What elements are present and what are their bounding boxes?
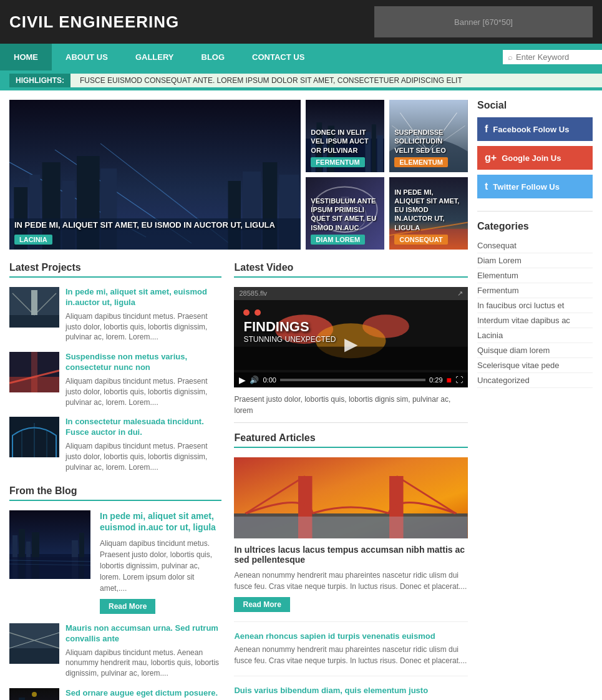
highlights-bar: HIGHLIGHTS: FUSCE EUISMOD CONSEQUAT ANTE… [0, 70, 602, 90]
video-controls: ▶ 🔊 0:00 0:29 ■ ⛶ [234, 372, 468, 387]
nav-blog[interactable]: BLOG [188, 44, 239, 70]
hero-main-tag: LACINIA [14, 235, 52, 245]
nav-contact[interactable]: CONTACT US [238, 44, 318, 70]
category-item-7[interactable]: Quisque diam lorem [477, 343, 593, 358]
blog-featured-item: In pede mi, aliquet sit amet, euismod in… [9, 510, 221, 614]
featured-articles-title: Featured Articles [234, 432, 468, 448]
project-thumb-3 [9, 417, 59, 457]
volume-icon[interactable]: 🔊 [250, 376, 259, 384]
project-title-2: Suspendisse non metus varius, consectetu… [66, 352, 221, 373]
nav-about[interactable]: ABOUT US [52, 44, 122, 70]
hero-item-1-tag: FERMENTUM [311, 157, 364, 167]
banner-placeholder: Banner [670*50] [374, 6, 593, 37]
hero-item-4-title: IN PEDE MI, ALIQUET SIT AMET, EU ISMOD I… [394, 188, 463, 232]
highlights-label: HIGHLIGHTS: [9, 74, 70, 87]
main-nav: HOME ABOUT US GALLERY BLOG CONTACT US ⌕ [0, 44, 602, 70]
hero-item-2-title: SUSPENDISSE SOLLICITUDIN VELIT SED LEO [394, 128, 463, 155]
right-sidebar: Social f Facebook Folow Us g+ Google Joi… [477, 100, 593, 700]
blog-featured-title: In pede mi, aliquet sit amet, euismod in… [100, 510, 221, 533]
left-column: IN PEDE MI, ALIQUET SIT AMET, EU ISMOD I… [9, 100, 468, 700]
google-button[interactable]: g+ Google Join Us [477, 146, 593, 170]
twitter-button[interactable]: t Twitter Follow Us [477, 175, 593, 198]
blog-item-1-title: Mauris non accumsan urna. Sed rutrum con… [66, 623, 221, 644]
project-info-1: In pede mi, aliquet sit amet, euismod in… [66, 287, 221, 343]
sub-article-2: Duis varius bibendum diam, quis elementu… [234, 676, 468, 700]
google-icon: g+ [485, 152, 497, 163]
play-icon[interactable]: ▶ [344, 334, 358, 354]
video-title: Latest Video [234, 262, 468, 278]
social-section: Social f Facebook Folow Us g+ Google Joi… [477, 100, 593, 198]
blog-thumb-2 [9, 688, 59, 700]
blog-item-1-text: Aliquam dapibus tincidunt metus. Aenean … [66, 648, 221, 679]
project-info-3: In consectetur malesuada tincidunt. Fusc… [66, 417, 221, 472]
sub-article-2-title: Duis varius bibendum diam, quis elementu… [234, 686, 468, 695]
facebook-icon: f [485, 124, 488, 135]
hero-main-title: IN PEDE MI, ALIQUET SIT AMET, EU ISMOD I… [14, 220, 296, 231]
svg-rect-66 [19, 698, 25, 700]
content-area: IN PEDE MI, ALIQUET SIT AMET, EU ISMOD I… [0, 90, 602, 700]
hero-thumb-1: DONEC IN VELIT VEL IPSUM AUCT OR PULVINA… [306, 100, 384, 172]
fullscreen-icon[interactable]: ⛶ [455, 376, 463, 384]
blog-featured-content: In pede mi, aliquet sit amet, euismod in… [100, 510, 221, 614]
category-item-6[interactable]: Lacinia [477, 328, 593, 343]
category-item-8[interactable]: Scelerisque vitae pede [477, 358, 593, 373]
svg-rect-37 [9, 315, 59, 328]
nav-gallery[interactable]: GALLERY [122, 44, 188, 70]
video-progress-bar[interactable] [280, 379, 425, 381]
blog-item-2-title: Sed ornare augue eget dictum posuere. Do… [66, 688, 221, 700]
hero-thumb-2: SUSPENDISSE SOLLICITUDIN VELIT SED LEO E… [389, 100, 468, 172]
blog-section: From the Blog [9, 485, 221, 700]
project-title-3: In consectetur malesuada tincidunt. Fusc… [66, 417, 221, 438]
svg-rect-40 [31, 290, 37, 315]
twitter-icon: t [485, 181, 488, 192]
video-subtitle: STUNNING UNEXPECTED [243, 335, 336, 344]
hero-thumb-4: IN PEDE MI, ALIQUET SIT AMET, EU ISMOD I… [389, 177, 468, 250]
search-input[interactable] [516, 52, 597, 62]
featured-articles-section: Featured Articles [234, 432, 468, 700]
play-pause-button[interactable]: ▶ [239, 375, 246, 385]
blog-item-1: Mauris non accumsan urna. Sed rutrum con… [9, 623, 221, 679]
project-item-3: In consectetur malesuada tincidunt. Fusc… [9, 417, 221, 472]
category-item-4[interactable]: In faucibus orci luctus et [477, 298, 593, 313]
project-text-3: Aliquam dapibus tincidunt metus. Praesen… [66, 441, 221, 472]
video-top-bar: 28585.flv ↗ [234, 287, 468, 300]
site-header: CIVIL ENGINEERING Banner [670*50] [0, 0, 602, 44]
project-item-1: In pede mi, aliquet sit amet, euismod in… [9, 287, 221, 343]
blog-info-2: Sed ornare augue eget dictum posuere. Do… [66, 688, 221, 700]
search-icon: ⌕ [508, 52, 513, 62]
site-title: CIVIL ENGINEERING [9, 12, 179, 32]
facebook-button[interactable]: f Facebook Folow Us [477, 117, 593, 141]
blog-thumb-1 [9, 623, 59, 664]
project-thumb-1 [9, 287, 59, 328]
category-item-5[interactable]: Interdum vitae dapibus ac [477, 313, 593, 328]
category-item-0[interactable]: Consequat [477, 238, 593, 253]
category-item-2[interactable]: Elementum [477, 268, 593, 283]
sub-article-1-text: Aenean nonummy hendrerit mau phareintes … [234, 644, 468, 666]
facebook-label: Facebook Folow Us [493, 125, 569, 134]
hero-item-1-title: DONEC IN VELIT VEL IPSUM AUCT OR PULVINA… [311, 128, 379, 155]
svg-rect-82 [234, 517, 468, 538]
blog-read-more-button[interactable]: Read More [100, 599, 155, 614]
video-current-time: 0:00 [263, 376, 276, 384]
project-text-1: Aliquam dapibus tincidunt metus. Praesen… [66, 311, 221, 343]
video-dot-2 [255, 309, 261, 316]
video-dot-1 [243, 309, 250, 316]
svg-point-70 [32, 692, 37, 697]
category-item-1[interactable]: Diam Lorem [477, 253, 593, 268]
youtube-icon: ■ [447, 375, 452, 385]
category-item-3[interactable]: Fermentum [477, 283, 593, 298]
hero-thumb-3: VESTIBULUM ANTE IPSUM PRIMISLI QUET SIT … [306, 177, 384, 250]
blog-featured-thumb [9, 510, 90, 579]
featured-article-image [234, 457, 468, 538]
nav-home[interactable]: HOME [0, 44, 52, 70]
featured-article-read-more-button[interactable]: Read More [234, 597, 289, 612]
video-container: 28585.flv ↗ [234, 287, 468, 387]
hero-item-2-tag: ELEMENTUM [394, 157, 448, 167]
highlights-text: FUSCE EUISMOD CONSEQUAT ANTE. LOREM IPSU… [70, 74, 602, 87]
category-item-9[interactable]: Uncategorized [477, 373, 593, 388]
three-col-layout: Latest Projects In p [9, 262, 468, 700]
video-main-title: FINDINGS [243, 319, 336, 335]
project-text-2: Aliquam dapibus tincidunt metus. Praesen… [66, 376, 221, 407]
video-total-time: 0:29 [429, 376, 442, 384]
svg-rect-44 [31, 352, 37, 392]
